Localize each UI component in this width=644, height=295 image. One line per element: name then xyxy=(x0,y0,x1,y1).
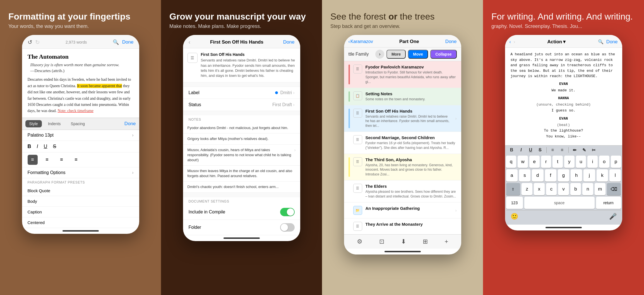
p4-search-icon[interactable]: 🔍 xyxy=(598,39,604,44)
note-text: Note: check timeframe xyxy=(58,109,93,113)
key-g[interactable]: g xyxy=(558,169,569,182)
add-folder-icon[interactable]: ⊞ xyxy=(423,238,428,245)
key-y[interactable]: y xyxy=(564,156,575,168)
key-a[interactable]: a xyxy=(506,169,518,182)
key-r[interactable]: r xyxy=(541,156,551,168)
key-v[interactable]: v xyxy=(558,183,569,195)
p4-italic-button[interactable]: I xyxy=(518,148,525,153)
key-shift[interactable]: ⇧ xyxy=(506,183,520,195)
list-item-4[interactable]: ☰ Second Marriage, Second Children Fyodo… xyxy=(344,132,461,154)
key-u[interactable]: u xyxy=(576,156,586,168)
p2-content-scroll[interactable]: ☰ First Son Off His Hands Servants and r… xyxy=(183,48,300,235)
p3-back-button[interactable]: ‹ Karamazov xyxy=(349,39,373,44)
p4-screenplay-content[interactable]: A headland juts out into an ocean as blu… xyxy=(505,48,622,145)
key-b[interactable]: b xyxy=(570,183,581,195)
p4-back-icon[interactable]: ‹ xyxy=(510,39,511,44)
key-i[interactable]: i xyxy=(587,156,598,168)
align-left-button[interactable]: ≡ xyxy=(28,155,38,165)
p4-align-left-icon[interactable]: ≡ xyxy=(549,148,556,153)
key-space[interactable]: space xyxy=(524,197,595,209)
preset-blockquote[interactable]: Block Quote xyxy=(22,185,139,196)
p3-done-button[interactable]: Done xyxy=(445,39,457,44)
mic-icon[interactable]: 🎤 xyxy=(609,213,617,220)
undo-icon[interactable]: ↺ xyxy=(28,39,32,46)
compile-toggle[interactable] xyxy=(280,208,295,216)
p4-forward-icon[interactable]: › xyxy=(514,39,515,44)
key-delete[interactable]: ⌫ xyxy=(607,183,621,195)
key-d[interactable]: d xyxy=(532,169,543,182)
p4-bold-button[interactable]: B xyxy=(508,148,515,153)
p2-done-button[interactable]: Done xyxy=(283,39,295,45)
list-item-2[interactable]: 📋 Setting Notes Some notes on the town a… xyxy=(344,88,461,105)
key-p[interactable]: p xyxy=(611,156,621,168)
key-w[interactable]: w xyxy=(518,156,528,168)
add-item-icon[interactable]: + xyxy=(444,238,448,245)
p4-strike-button[interactable]: S xyxy=(537,148,544,153)
formatting-options-chevron-icon: › xyxy=(132,170,133,175)
align-right-button[interactable]: ≡ xyxy=(57,155,67,165)
p3-list-scroll[interactable]: ☰ Fyodor Pavlovich Karamazov Introductio… xyxy=(344,61,461,234)
key-c[interactable]: c xyxy=(546,183,557,195)
preset-body[interactable]: Body xyxy=(22,196,139,207)
collapse-button[interactable]: Collapse xyxy=(430,50,456,59)
p3-circle-button[interactable]: › xyxy=(375,50,384,59)
settings-icon[interactable]: ⚙ xyxy=(357,238,362,245)
key-k[interactable]: k xyxy=(597,169,608,182)
italic-button[interactable]: I xyxy=(37,144,38,149)
font-row[interactable]: Palatino 13pt › xyxy=(22,130,139,141)
p2-label-row[interactable]: Label Dmitri › xyxy=(183,87,300,99)
indents-tab[interactable]: Indents xyxy=(44,120,65,127)
folder-toggle[interactable] xyxy=(280,223,295,232)
key-n[interactable]: n xyxy=(582,183,593,195)
preset-centered[interactable]: Centered xyxy=(22,217,139,228)
p4-edit-icon[interactable]: ✏ xyxy=(571,148,578,153)
p4-underline-button[interactable]: U xyxy=(527,148,534,153)
key-123[interactable]: 123 xyxy=(506,197,523,209)
list-item-5[interactable]: ☰ The Third Son, Alyosha Alyosha, 20, ha… xyxy=(344,154,461,180)
key-return[interactable]: return xyxy=(596,197,621,209)
emoji-icon[interactable]: 🙂 xyxy=(511,213,518,220)
bold-button[interactable]: B xyxy=(28,144,31,149)
format-done-button[interactable]: Done xyxy=(124,121,136,127)
move-button[interactable]: Move xyxy=(408,50,428,59)
p2-status-row[interactable]: Status First Draft › xyxy=(183,99,300,111)
doc-content-scroll[interactable]: The Automaton Illusory joy is often wort… xyxy=(22,49,139,117)
done-button[interactable]: Done xyxy=(122,39,134,45)
list-item-7[interactable]: 📁 An Inappropriate Gathering › xyxy=(344,203,461,218)
copy-icon[interactable]: ⊡ xyxy=(379,238,384,245)
key-m[interactable]: m xyxy=(595,183,605,195)
p4-cut-icon[interactable]: ✂ xyxy=(590,148,597,153)
list-item-8[interactable]: ☰ They Arrive at the Monastery xyxy=(344,218,461,234)
export-icon[interactable]: ⬇ xyxy=(401,238,406,245)
key-h[interactable]: h xyxy=(571,169,582,182)
key-l[interactable]: l xyxy=(609,169,621,182)
key-o[interactable]: o xyxy=(599,156,609,168)
list-item-3[interactable]: ☰ First Son Off His Hands Servants and r… xyxy=(344,105,461,132)
underline-button[interactable]: U xyxy=(44,144,47,149)
p4-action-menu[interactable]: Action ▾ xyxy=(547,39,566,45)
key-z[interactable]: z xyxy=(522,183,532,195)
list-item-1[interactable]: ☰ Fyodor Pavlovich Karamazov Introductio… xyxy=(344,61,461,88)
preset-caption[interactable]: Caption xyxy=(22,207,139,217)
spacing-tab[interactable]: Spacing xyxy=(67,120,89,127)
search-icon[interactable]: 🔍 xyxy=(113,39,119,45)
key-f[interactable]: f xyxy=(545,169,556,182)
key-j[interactable]: j xyxy=(583,169,595,182)
p4-done-button[interactable]: Done xyxy=(606,39,618,45)
key-s[interactable]: s xyxy=(519,169,530,182)
formatting-options-row[interactable]: Formatting Options › xyxy=(22,167,139,178)
key-x[interactable]: x xyxy=(534,183,545,195)
strikethrough-button[interactable]: S xyxy=(53,144,56,149)
align-justify-button[interactable]: ≡ xyxy=(71,155,81,165)
p2-back-icon[interactable]: ‹ xyxy=(189,39,191,45)
key-q[interactable]: q xyxy=(506,156,516,168)
align-center-button[interactable]: ≡ xyxy=(42,155,52,165)
key-t[interactable]: t xyxy=(552,156,563,168)
more-button[interactable]: More xyxy=(386,50,406,59)
p4-align-center-icon[interactable]: ≡ xyxy=(559,148,566,153)
style-tab[interactable]: Style xyxy=(25,120,42,127)
list-item-6[interactable]: ☰ The Elders Alyosha pleased to see brot… xyxy=(344,180,461,203)
redo-icon[interactable]: ↻ xyxy=(35,39,40,46)
p4-draw-icon[interactable]: ✎ xyxy=(581,148,588,153)
key-e[interactable]: e xyxy=(529,156,540,168)
